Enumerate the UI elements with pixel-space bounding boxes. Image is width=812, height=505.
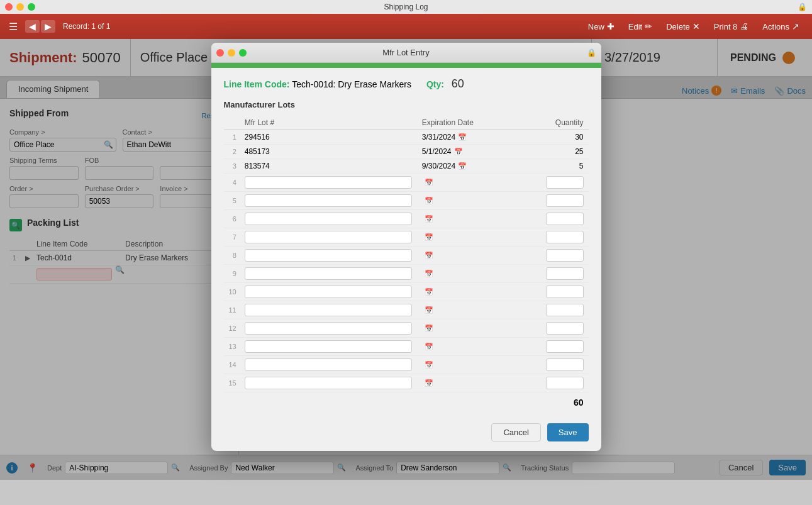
nav-next-button[interactable]: ▶ xyxy=(41,20,55,33)
date-picker-icon-4[interactable]: 📅 xyxy=(425,197,433,205)
modal-window-controls[interactable] xyxy=(216,49,247,57)
actions-button[interactable]: Actions ↗ xyxy=(756,19,806,34)
mfr-qty-input-4[interactable] xyxy=(546,194,584,207)
record-info: Record: 1 of 1 xyxy=(63,22,110,31)
mfr-table-row: 7 📅 xyxy=(224,228,589,247)
mfr-lot-value: 485173 xyxy=(245,147,270,156)
date-picker-icon-13[interactable]: 📅 xyxy=(425,361,433,369)
mfr-qty-input-14[interactable] xyxy=(546,377,584,389)
edit-button[interactable]: Edit ✏ xyxy=(622,19,659,34)
date-picker-icon-8[interactable]: 📅 xyxy=(425,270,433,278)
mfr-row-num: 14 xyxy=(224,356,240,374)
nav-prev-button[interactable]: ◀ xyxy=(25,20,40,33)
mfr-qty-input-9[interactable] xyxy=(546,286,584,298)
modal-maximize-button[interactable] xyxy=(239,49,247,57)
window-controls[interactable] xyxy=(5,3,35,11)
date-picker-icon-14[interactable]: 📅 xyxy=(425,379,433,387)
print-icon: 🖨 xyxy=(740,21,748,31)
date-picker-icon-12[interactable]: 📅 xyxy=(425,343,433,351)
modal-lock-icon: 🔒 xyxy=(587,48,596,57)
mfr-qty-input-12[interactable] xyxy=(546,340,584,353)
mfr-exp-cell: 3/31/2024 📅 xyxy=(417,130,514,145)
mfr-lot-input-4[interactable] xyxy=(245,194,412,207)
modal-footer: Cancel Save xyxy=(211,417,601,451)
qty-value: 60 xyxy=(452,77,464,90)
date-picker-icon-2[interactable]: 📅 xyxy=(458,162,467,170)
mfr-table-row: 2 485173 5/1/2024 📅 25 xyxy=(224,145,589,159)
modal-minimize-button[interactable] xyxy=(228,49,235,57)
close-button[interactable] xyxy=(5,3,13,11)
mfr-lot-input-11[interactable] xyxy=(245,322,412,335)
mfr-table-row: 10 📅 xyxy=(224,283,589,301)
mfr-table-row: 15 📅 xyxy=(224,374,589,392)
mfr-lot-value: 294516 xyxy=(245,133,270,142)
mfr-qty-cell xyxy=(513,301,588,319)
mfr-lot-cell xyxy=(240,283,417,301)
modal-close-button[interactable] xyxy=(216,49,224,57)
date-picker-icon-1[interactable]: 📅 xyxy=(454,148,463,156)
mfr-row-num: 11 xyxy=(224,301,240,319)
mfr-qty-cell: 5 xyxy=(513,159,588,174)
mfr-qty-cell xyxy=(513,283,588,301)
mfr-qty-input-8[interactable] xyxy=(546,267,584,280)
date-picker-icon-5[interactable]: 📅 xyxy=(425,215,433,223)
mfr-row-num: 5 xyxy=(224,192,240,210)
delete-button[interactable]: Delete ✕ xyxy=(660,19,706,34)
mfr-qty-input-6[interactable] xyxy=(546,231,584,243)
date-picker-icon-3[interactable]: 📅 xyxy=(425,179,433,187)
mfr-col-qty: Quantity xyxy=(513,116,588,130)
mfr-exp-cell: 📅 xyxy=(417,319,514,338)
mfr-row-num: 3 xyxy=(224,159,240,174)
date-picker-icon-11[interactable]: 📅 xyxy=(425,325,433,333)
mfr-table-row: 3 813574 9/30/2024 📅 5 xyxy=(224,159,589,174)
mfr-lot-input-13[interactable] xyxy=(245,358,412,371)
mfr-lot-input-3[interactable] xyxy=(245,176,412,189)
date-picker-icon-10[interactable]: 📅 xyxy=(425,306,433,314)
minimize-button[interactable] xyxy=(16,3,24,11)
mfr-exp-cell: 📅 xyxy=(417,301,514,319)
mfr-lot-input-5[interactable] xyxy=(245,213,412,225)
mfr-lot-cell xyxy=(240,319,417,338)
modal-save-button[interactable]: Save xyxy=(547,423,589,441)
mfr-lot-cell xyxy=(240,192,417,210)
maximize-button[interactable] xyxy=(28,3,35,11)
mfr-exp-cell: 📅 xyxy=(417,174,514,192)
mfr-qty-cell xyxy=(513,338,588,356)
mfr-exp-cell: 9/30/2024 📅 xyxy=(417,159,514,174)
date-picker-icon-7[interactable]: 📅 xyxy=(425,252,433,260)
mfr-qty-cell xyxy=(513,356,588,374)
date-picker-icon-0[interactable]: 📅 xyxy=(458,133,467,142)
mfr-row-num: 10 xyxy=(224,283,240,301)
mfr-lot-input-14[interactable] xyxy=(245,377,412,389)
menu-button[interactable]: ☰ xyxy=(6,18,20,35)
date-picker-icon-6[interactable]: 📅 xyxy=(425,233,433,241)
mfr-qty-input-5[interactable] xyxy=(546,213,584,225)
mfr-qty-cell xyxy=(513,174,588,192)
mfr-lot-input-8[interactable] xyxy=(245,267,412,280)
mfr-qty-input-13[interactable] xyxy=(546,358,584,371)
mfr-lot-cell xyxy=(240,228,417,247)
mfr-lot-input-6[interactable] xyxy=(245,231,412,243)
modal-cancel-button[interactable]: Cancel xyxy=(491,423,540,441)
mfr-table-row: 4 📅 xyxy=(224,174,589,192)
mfr-lot-input-10[interactable] xyxy=(245,304,412,316)
mfr-qty-input-3[interactable] xyxy=(546,176,584,189)
new-button[interactable]: New ✚ xyxy=(582,19,621,34)
mfr-lot-input-12[interactable] xyxy=(245,340,412,353)
mfr-exp-cell: 📅 xyxy=(417,283,514,301)
mfr-lot-input-7[interactable] xyxy=(245,249,412,262)
print-button[interactable]: Print 8 🖨 xyxy=(708,19,755,34)
date-picker-icon-9[interactable]: 📅 xyxy=(425,288,433,296)
mfr-qty-value: 5 xyxy=(579,162,584,170)
mfr-lot-cell xyxy=(240,265,417,283)
mfr-exp-cell: 📅 xyxy=(417,228,514,247)
mfr-qty-input-10[interactable] xyxy=(546,304,584,316)
toolbar-left: ☰ ◀ ▶ Record: 1 of 1 xyxy=(6,18,110,35)
mfr-qty-input-7[interactable] xyxy=(546,249,584,262)
mfr-row-num: 8 xyxy=(224,247,240,265)
edit-label: Edit xyxy=(628,22,642,31)
mfr-lot-cell: 813574 xyxy=(240,159,417,174)
mfr-lot-input-9[interactable] xyxy=(245,286,412,298)
mfr-row-num: 15 xyxy=(224,374,240,392)
mfr-qty-input-11[interactable] xyxy=(546,322,584,335)
